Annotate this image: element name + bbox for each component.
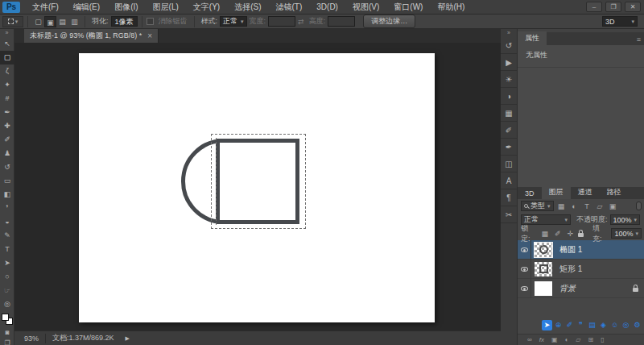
zoom-level-field[interactable]: 93% xyxy=(24,335,39,343)
layer-row-rectangle[interactable]: 矩形 1 xyxy=(518,260,644,279)
layer-thumbnail[interactable] xyxy=(531,262,555,276)
brush-panel-icon[interactable]: ✐ xyxy=(501,122,517,139)
card-icon[interactable]: ▤ xyxy=(587,320,597,330)
feather-input[interactable]: 1像素 xyxy=(111,16,138,27)
style-dropdown[interactable]: 正常 ▾ xyxy=(220,16,247,27)
rectangular-marquee-tool[interactable]: ▢ xyxy=(0,51,14,64)
menu-help[interactable]: 帮助(H) xyxy=(430,0,472,15)
pen-icon[interactable]: ✐ xyxy=(564,320,575,330)
person-icon[interactable]: ☺ xyxy=(609,320,620,330)
layer-style-icon[interactable]: fx xyxy=(539,336,544,343)
quick-mask-button[interactable]: ◙ xyxy=(0,327,14,338)
menu-select[interactable]: 选择(S) xyxy=(227,0,268,15)
layer-thumbnail[interactable] xyxy=(531,243,555,257)
layer-row-ellipse[interactable]: 椭圆 1 xyxy=(518,240,644,260)
collapse-dock-icon[interactable]: » xyxy=(501,29,517,37)
new-layer-icon[interactable]: ⊞ xyxy=(588,336,594,343)
subtract-selection-button[interactable]: ▤ xyxy=(56,16,68,27)
menu-layer[interactable]: 图层(L) xyxy=(146,0,186,15)
layer-name[interactable]: 矩形 1 xyxy=(555,264,644,275)
lasso-tool[interactable]: ζ xyxy=(0,64,14,78)
move-tool[interactable]: ↖ xyxy=(0,37,14,51)
swap-dimensions-icon[interactable]: ⇄ xyxy=(298,18,304,26)
minimize-button[interactable]: – xyxy=(586,2,602,12)
menu-3d[interactable]: 3D(D) xyxy=(309,0,345,15)
visibility-toggle[interactable] xyxy=(518,240,531,260)
type-filter-icon[interactable]: T xyxy=(582,202,592,210)
menu-type[interactable]: 文字(Y) xyxy=(186,0,227,15)
tool-preset-picker[interactable]: ▾ xyxy=(2,16,23,27)
brush-presets-panel-icon[interactable]: ✒ xyxy=(501,139,517,156)
layer-name[interactable]: 椭圆 1 xyxy=(555,244,644,256)
color-swatches[interactable] xyxy=(0,313,14,327)
menu-view[interactable]: 视图(V) xyxy=(345,0,386,15)
dodge-tool[interactable]: ◒ xyxy=(0,215,14,229)
magic-wand-tool[interactable]: ✦ xyxy=(0,78,14,92)
workspace-dropdown[interactable]: 3D ▾ xyxy=(602,16,638,27)
healing-brush-tool[interactable]: ✚ xyxy=(0,119,14,133)
adjustment-filter-icon[interactable]: ◐ xyxy=(569,202,580,210)
adjustment-layer-icon[interactable]: ◐ xyxy=(565,336,569,343)
clone-source-panel-icon[interactable]: ◫ xyxy=(501,156,517,172)
new-group-icon[interactable]: ▱ xyxy=(576,336,580,343)
eraser-tool[interactable]: ▭ xyxy=(0,174,14,188)
menu-file[interactable]: 文件(F) xyxy=(25,0,66,15)
smart-object-filter-icon[interactable]: ▣ xyxy=(608,202,618,210)
refine-edge-button[interactable]: 调整边缘… xyxy=(363,15,415,28)
hand-tool[interactable]: ☞ xyxy=(0,284,14,297)
layer-row-background[interactable]: 背景 xyxy=(518,279,644,298)
tab-layers[interactable]: 图层 xyxy=(542,185,571,199)
layer-thumbnail[interactable] xyxy=(531,281,555,296)
anti-alias-checkbox[interactable] xyxy=(147,18,154,25)
blur-tool[interactable]: ❜ xyxy=(0,202,14,215)
menu-image[interactable]: 图像(I) xyxy=(107,0,145,15)
lock-transparency-icon[interactable]: ▦ xyxy=(539,230,550,238)
shape-filter-icon[interactable]: ▱ xyxy=(595,202,605,210)
restore-button[interactable]: ❐ xyxy=(605,2,621,12)
layer-name[interactable]: 背景 xyxy=(555,283,633,294)
quote-icon[interactable]: ❞ xyxy=(576,320,586,330)
brush-tool[interactable]: ✐ xyxy=(0,133,14,147)
clothes-icon[interactable]: ◈ xyxy=(598,320,609,330)
fill-field[interactable]: 100% ▾ xyxy=(611,228,642,239)
menu-window[interactable]: 窗口(W) xyxy=(386,0,430,15)
tab-properties[interactable]: 属性 xyxy=(518,31,547,45)
lock-position-icon[interactable]: ✛ xyxy=(565,230,576,238)
width-input[interactable] xyxy=(268,16,295,27)
panel-menu-icon[interactable]: ≡ xyxy=(637,35,641,44)
swatches-panel-icon[interactable]: ▦ xyxy=(501,105,517,122)
add-selection-button[interactable]: ▣ xyxy=(44,16,56,27)
settings-gear-icon[interactable]: ⚙ xyxy=(632,320,642,330)
tab-channels[interactable]: 通道 xyxy=(571,185,600,199)
layer-mask-icon[interactable]: ▣ xyxy=(551,336,558,343)
lock-all-icon[interactable] xyxy=(578,233,584,237)
foreground-color-swatch[interactable] xyxy=(2,314,9,321)
close-button[interactable]: ✕ xyxy=(625,2,641,12)
close-tab-icon[interactable]: × xyxy=(147,31,152,40)
tab-paths[interactable]: 路径 xyxy=(600,185,629,199)
collapse-toolbar-icon[interactable]: » xyxy=(0,29,14,37)
styles-panel-icon[interactable]: ◑ xyxy=(501,88,517,105)
menu-edit[interactable]: 编辑(E) xyxy=(66,0,107,15)
filter-type-dropdown[interactable]: 类型 ▾ xyxy=(521,201,554,211)
pixel-filter-icon[interactable]: ▦ xyxy=(556,202,567,210)
paragraph-panel-icon[interactable]: ¶ xyxy=(501,189,517,206)
cursor-icon[interactable]: ➤ xyxy=(542,320,552,330)
height-input[interactable] xyxy=(328,16,355,27)
character-panel-icon[interactable]: A xyxy=(501,172,517,189)
delete-layer-icon[interactable]: ▯ xyxy=(601,336,604,343)
search-icon[interactable]: ◎ xyxy=(621,320,631,330)
adjustments-panel-icon[interactable]: ☀ xyxy=(501,71,517,88)
link-layers-icon[interactable]: ∞ xyxy=(527,336,532,343)
tab-3d[interactable]: 3D xyxy=(518,188,542,199)
new-selection-button[interactable]: ▢ xyxy=(32,16,44,27)
translate-icon[interactable]: ⊕ xyxy=(553,320,564,330)
type-tool[interactable]: T xyxy=(0,243,14,256)
filter-toggle-switch[interactable] xyxy=(636,202,642,210)
eyedropper-tool[interactable]: ✒ xyxy=(0,106,14,119)
history-panel-icon[interactable]: ↺ xyxy=(501,37,517,54)
menu-filter[interactable]: 滤镜(T) xyxy=(269,0,310,15)
path-selection-tool[interactable]: ➤ xyxy=(0,256,14,270)
opacity-field[interactable]: 100% ▾ xyxy=(610,214,641,225)
gradient-tool[interactable]: ◧ xyxy=(0,188,14,202)
